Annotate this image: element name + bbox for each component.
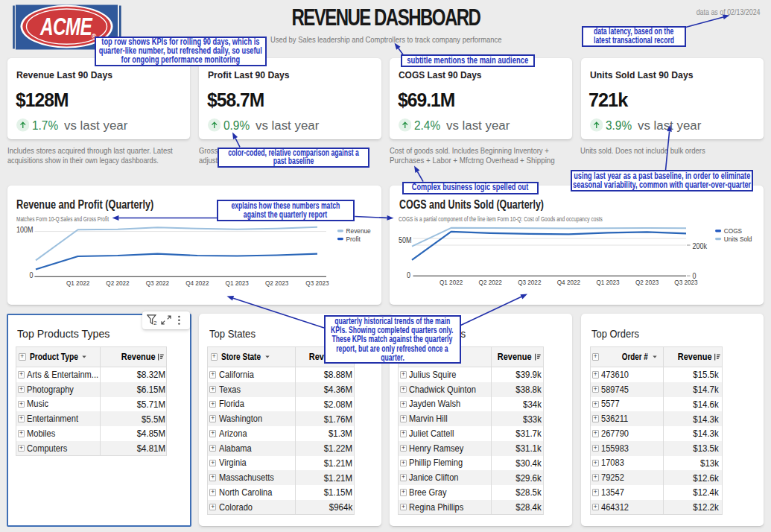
svg-text:2: 2 <box>153 320 156 326</box>
svg-text:Q2 2023: Q2 2023 <box>265 279 288 288</box>
svg-text:Q2 2023: Q2 2023 <box>635 279 659 287</box>
svg-text:Q1 2022: Q1 2022 <box>440 279 463 287</box>
svg-text:Q3 2022: Q3 2022 <box>518 279 541 287</box>
svg-text:Q2 2022: Q2 2022 <box>479 279 502 287</box>
svg-text:0: 0 <box>30 270 34 279</box>
svg-text:Q3 2022: Q3 2022 <box>146 279 169 288</box>
svg-text:COGS: COGS <box>724 227 742 235</box>
svg-text:50M: 50M <box>399 236 411 245</box>
svg-text:Profit: Profit <box>346 235 361 244</box>
svg-text:Revenue: Revenue <box>346 227 371 235</box>
svg-text:Q3 2023: Q3 2023 <box>305 279 329 288</box>
svg-text:Q1 2023: Q1 2023 <box>596 279 619 287</box>
svg-text:0: 0 <box>407 271 410 280</box>
svg-text:0: 0 <box>693 271 697 280</box>
svg-text:Q1 2022: Q1 2022 <box>66 279 89 288</box>
svg-text:Units Sold: Units Sold <box>724 235 752 244</box>
svg-text:Q4 2022: Q4 2022 <box>185 279 209 288</box>
svg-text:200k: 200k <box>693 241 708 250</box>
svg-text:Q4 2022: Q4 2022 <box>557 279 580 287</box>
svg-text:Q2 2022: Q2 2022 <box>106 279 129 288</box>
svg-text:100M: 100M <box>16 226 33 235</box>
svg-text:ACME: ACME <box>39 13 93 40</box>
svg-text:Q1 2023: Q1 2023 <box>226 279 249 288</box>
